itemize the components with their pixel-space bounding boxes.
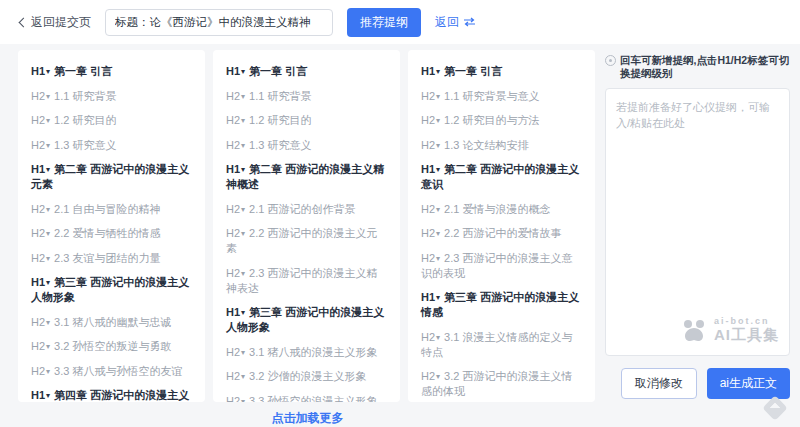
outline-row[interactable]: H2▾3.3 猪八戒与孙悟空的友谊 <box>31 364 192 379</box>
level-tag[interactable]: H2 <box>31 365 45 377</box>
outline-text: 2.2 爱情与牺牲的情感 <box>54 227 160 239</box>
level-tag[interactable]: H2 <box>226 227 240 239</box>
level-tag[interactable]: H2 <box>226 395 240 403</box>
outline-row[interactable]: H2▾2.1 自由与冒险的精神 <box>31 202 192 217</box>
outline-text: 3.2 西游记中的浪漫主义情感的体现 <box>421 370 572 397</box>
outline-column-1: H1▾第一章 引言 H2▾1.1 研究背景 H2▾1.2 研究目的 H2▾1.3… <box>18 50 205 402</box>
outline-row[interactable]: H2▾2.2 西游记中的浪漫主义元素 <box>226 226 387 256</box>
outline-text: 第三章 西游记中的浪漫主义情感 <box>421 291 579 318</box>
level-tag[interactable]: H2 <box>421 331 435 343</box>
level-tag[interactable]: H1 <box>421 291 435 303</box>
level-tag[interactable]: H2 <box>31 227 45 239</box>
outline-row[interactable]: H1▾第二章 西游记中的浪漫主义元素 <box>31 162 192 192</box>
cancel-edit-button[interactable]: 取消修改 <box>621 368 697 399</box>
level-tag[interactable]: H1 <box>226 65 240 77</box>
level-tag[interactable]: H1 <box>226 306 240 318</box>
level-tag[interactable]: H2 <box>31 90 45 102</box>
outline-text: 第二章 西游记的浪漫主义精神概述 <box>226 163 384 190</box>
level-tag[interactable]: H2 <box>421 203 435 215</box>
textarea-placeholder: 若提前准备好了心仪提纲，可输入/粘贴在此处 <box>616 99 779 131</box>
outline-row[interactable]: H2▾1.2 研究目的与方法 <box>421 113 582 128</box>
recommend-outline-button[interactable]: 推荐提纲 <box>347 8 421 37</box>
outline-row[interactable]: H2▾1.1 研究背景 <box>31 89 192 104</box>
outline-row[interactable]: H2▾2.3 西游记中的浪漫主义意识的表现 <box>421 251 582 281</box>
outline-text: 2.2 西游记中的浪漫主义元素 <box>226 227 377 254</box>
level-tag[interactable]: H2 <box>226 203 240 215</box>
level-tag[interactable]: H1 <box>31 65 45 77</box>
level-tag[interactable]: H2 <box>31 252 45 264</box>
load-more-link[interactable]: 点击加载更多 <box>272 411 344 427</box>
level-tag[interactable]: H2 <box>226 114 240 126</box>
caret-down-icon: ▾ <box>46 254 50 263</box>
level-tag[interactable]: H2 <box>421 90 435 102</box>
level-tag[interactable]: H1 <box>226 163 240 175</box>
level-tag[interactable]: H2 <box>421 114 435 126</box>
caret-down-icon: ▾ <box>46 165 50 174</box>
outline-row[interactable]: H1▾第三章 西游记中的浪漫主义人物形象 <box>226 305 387 335</box>
caret-down-icon: ▾ <box>46 318 50 327</box>
level-tag[interactable]: H2 <box>31 203 45 215</box>
outline-row[interactable]: H2▾3.1 浪漫主义情感的定义与特点 <box>421 330 582 360</box>
level-tag[interactable]: H2 <box>31 114 45 126</box>
outline-row[interactable]: H2▾1.1 研究背景与意义 <box>421 89 582 104</box>
outline-row[interactable]: H1▾第一章 引言 <box>31 64 192 79</box>
outline-row[interactable]: H2▾2.1 西游记的创作背景 <box>226 202 387 217</box>
level-tag[interactable]: H2 <box>226 90 240 102</box>
level-tag[interactable]: H2 <box>421 252 435 264</box>
outline-row[interactable]: H2▾1.3 研究意义 <box>31 138 192 153</box>
level-tag[interactable]: H1 <box>31 163 45 175</box>
outline-row[interactable]: H1▾第一章 引言 <box>226 64 387 79</box>
level-tag[interactable]: H2 <box>31 139 45 151</box>
outline-row[interactable]: H2▾1.3 研究意义 <box>226 138 387 153</box>
outline-row[interactable]: H2▾3.1 猪八戒的幽默与忠诚 <box>31 315 192 330</box>
outline-row[interactable]: H2▾2.3 西游记中的浪漫主义精神表达 <box>226 266 387 296</box>
level-tag[interactable]: H2 <box>226 370 240 382</box>
outline-row[interactable]: H2▾1.1 研究背景 <box>226 89 387 104</box>
level-tag[interactable]: H2 <box>421 370 435 382</box>
outline-row[interactable]: H1▾第三章 西游记中的浪漫主义情感 <box>421 290 582 320</box>
level-tag[interactable]: H1 <box>421 65 435 77</box>
level-tag[interactable]: H1 <box>421 163 435 175</box>
outline-row[interactable]: H2▾3.3 孙悟空的浪漫主义形象 <box>226 394 387 403</box>
level-tag[interactable]: H2 <box>226 139 240 151</box>
outline-row[interactable]: H2▾2.2 爱情与牺牲的情感 <box>31 226 192 241</box>
outline-row[interactable]: H1▾第二章 西游记的浪漫主义精神概述 <box>226 162 387 192</box>
outline-row[interactable]: H2▾1.3 论文结构安排 <box>421 138 582 153</box>
return-link[interactable]: 返回 <box>435 14 476 31</box>
outline-text: 第三章 西游记中的浪漫主义人物形象 <box>226 306 384 333</box>
level-tag[interactable]: H1 <box>31 389 45 401</box>
outline-text: 1.2 研究目的 <box>54 114 116 126</box>
level-tag[interactable]: H2 <box>421 227 435 239</box>
level-tag[interactable]: H2 <box>226 346 240 358</box>
caret-down-icon: ▾ <box>436 165 440 174</box>
watermark: ai-bot.cn AI工具集 <box>679 316 779 345</box>
outline-row[interactable]: H2▾3.2 沙僧的浪漫主义形象 <box>226 369 387 384</box>
outline-row[interactable]: H1▾第三章 西游记中的浪漫主义人物形象 <box>31 275 192 305</box>
outline-text: 3.2 孙悟空的叛逆与勇敢 <box>54 340 171 352</box>
outline-row[interactable]: H2▾3.1 猪八戒的浪漫主义形象 <box>226 345 387 360</box>
level-tag[interactable]: H2 <box>31 340 45 352</box>
ai-generate-button[interactable]: ai生成正文 <box>707 368 790 399</box>
title-input[interactable] <box>105 9 333 36</box>
level-tag[interactable]: H2 <box>421 139 435 151</box>
outline-text: 第一章 引言 <box>444 65 502 77</box>
custom-outline-textarea[interactable]: 若提前准备好了心仪提纲，可输入/粘贴在此处 ai-bot.cn AI工具集 <box>605 88 790 356</box>
caret-down-icon: ▾ <box>46 205 50 214</box>
caret-down-icon: ▾ <box>241 165 245 174</box>
level-tag[interactable]: H1 <box>31 276 45 288</box>
outline-row[interactable]: H2▾2.3 友谊与团结的力量 <box>31 251 192 266</box>
chevron-left-icon <box>19 17 29 27</box>
outline-row[interactable]: H1▾第四章 西游记中的浪漫主义意象 <box>31 388 192 402</box>
outline-row[interactable]: H2▾1.2 研究目的 <box>226 113 387 128</box>
outline-row[interactable]: H1▾第二章 西游记中的浪漫主义意识 <box>421 162 582 192</box>
outline-row[interactable]: H1▾第一章 引言 <box>421 64 582 79</box>
outline-text: 3.3 猪八戒与孙悟空的友谊 <box>54 365 182 377</box>
level-tag[interactable]: H2 <box>226 267 240 279</box>
outline-row[interactable]: H2▾1.2 研究目的 <box>31 113 192 128</box>
outline-row[interactable]: H2▾3.2 西游记中的浪漫主义情感的体现 <box>421 369 582 399</box>
outline-row[interactable]: H2▾2.2 西游记中的爱情故事 <box>421 226 582 241</box>
back-to-submit-link[interactable]: 返回提交页 <box>20 14 91 31</box>
outline-row[interactable]: H2▾2.1 爱情与浪漫的概念 <box>421 202 582 217</box>
level-tag[interactable]: H2 <box>31 316 45 328</box>
outline-row[interactable]: H2▾3.2 孙悟空的叛逆与勇敢 <box>31 339 192 354</box>
